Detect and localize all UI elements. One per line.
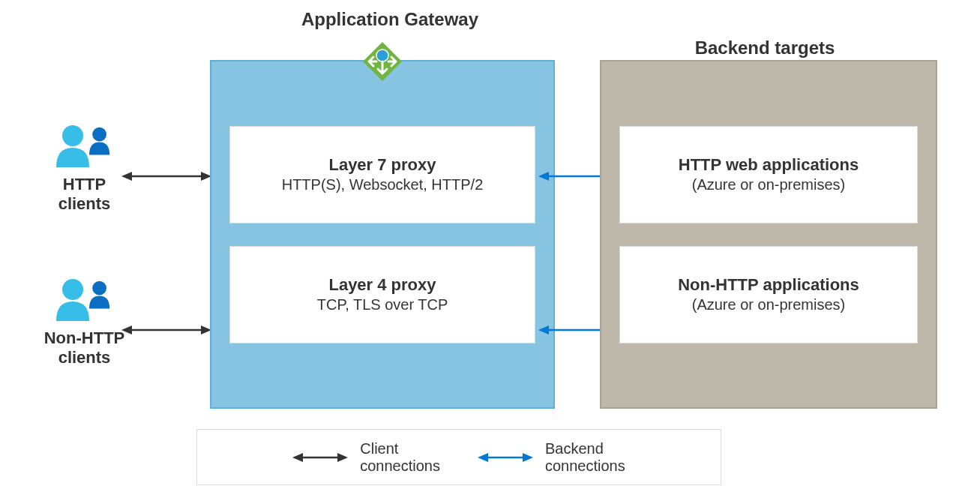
backend-targets-container: HTTP web applications (Azure or on-premi… (600, 60, 937, 409)
application-gateway-icon (361, 40, 403, 82)
svg-marker-13 (538, 172, 549, 181)
application-gateway-container: Layer 7 proxy HTTP(S), Websocket, HTTP/2… (210, 60, 555, 409)
svg-point-2 (92, 281, 106, 296)
architecture-diagram: Application Gateway Backend targets HTTP… (0, 0, 980, 498)
legend-client-label: Clientconnections (360, 440, 440, 475)
http-apps-sub: (Azure or on-premises) (635, 176, 902, 194)
svg-marker-23 (523, 453, 533, 462)
nonhttp-apps-sub: (Azure or on-premises) (635, 296, 902, 314)
http-apps-card: HTTP web applications (Azure or on-premi… (619, 126, 918, 224)
layer7-sub: HTTP(S), Websocket, HTTP/2 (245, 176, 520, 194)
double-arrow-blue-icon (478, 450, 533, 465)
http-apps-title: HTTP web applications (635, 155, 902, 175)
users-icon (55, 278, 115, 326)
nonhttp-apps-title: Non-HTTP applications (635, 275, 902, 295)
arrow-client-nonhttp (121, 322, 211, 338)
nonhttp-apps-card: Non-HTTP applications (Azure or on-premi… (619, 246, 918, 344)
svg-point-3 (62, 279, 83, 300)
svg-marker-5 (121, 172, 132, 181)
arrow-client-http (121, 169, 211, 184)
svg-marker-19 (292, 453, 303, 462)
svg-marker-16 (538, 326, 549, 334)
svg-marker-20 (337, 453, 348, 462)
double-arrow-black-icon (292, 450, 348, 465)
layer4-title: Layer 4 proxy (245, 275, 520, 295)
legend-backend-connections: Backendconnections (478, 440, 625, 475)
gateway-title: Application Gateway (277, 9, 502, 30)
legend-backend-label: Backendconnections (545, 440, 625, 475)
legend: Clientconnections Backendconnections (196, 429, 721, 485)
svg-marker-8 (121, 326, 132, 334)
layer4-proxy-card: Layer 4 proxy TCP, TLS over TCP (229, 246, 535, 344)
svg-point-0 (92, 128, 106, 142)
svg-point-1 (62, 125, 83, 146)
legend-client-connections: Clientconnections (292, 440, 440, 475)
backend-title: Backend targets (622, 38, 907, 58)
layer4-sub: TCP, TLS over TCP (245, 296, 520, 314)
svg-point-11 (376, 50, 388, 62)
layer7-title: Layer 7 proxy (245, 155, 520, 175)
svg-marker-22 (478, 453, 488, 462)
users-icon (55, 124, 115, 172)
layer7-proxy-card: Layer 7 proxy HTTP(S), Websocket, HTTP/2 (229, 126, 535, 224)
